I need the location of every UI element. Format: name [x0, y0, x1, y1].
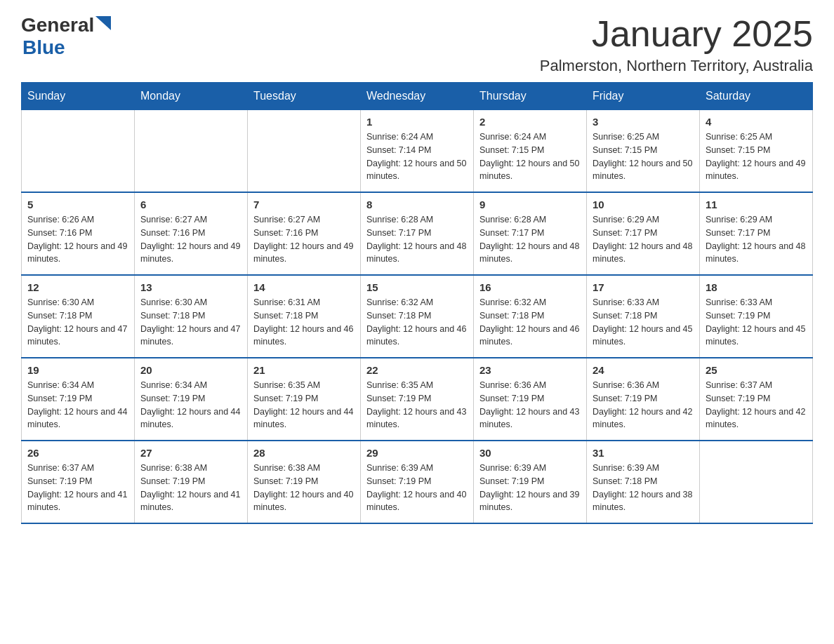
day-info: Sunrise: 6:28 AMSunset: 7:17 PMDaylight:… — [366, 213, 468, 266]
day-info: Sunrise: 6:27 AMSunset: 7:16 PMDaylight:… — [253, 213, 355, 266]
calendar-cell: 12Sunrise: 6:30 AMSunset: 7:18 PMDayligh… — [22, 275, 135, 358]
weekday-header-sunday: Sunday — [22, 83, 135, 110]
calendar-cell: 21Sunrise: 6:35 AMSunset: 7:19 PMDayligh… — [248, 358, 361, 441]
day-info: Sunrise: 6:35 AMSunset: 7:19 PMDaylight:… — [253, 379, 355, 431]
calendar-cell: 28Sunrise: 6:38 AMSunset: 7:19 PMDayligh… — [248, 441, 361, 523]
day-number: 12 — [27, 281, 128, 293]
day-number: 20 — [140, 364, 241, 376]
calendar-week-3: 12Sunrise: 6:30 AMSunset: 7:18 PMDayligh… — [22, 275, 813, 358]
calendar-cell — [135, 110, 248, 193]
calendar-cell: 5Sunrise: 6:26 AMSunset: 7:16 PMDaylight… — [22, 192, 135, 275]
day-number: 2 — [479, 116, 581, 128]
day-number: 16 — [479, 281, 581, 293]
title-section: January 2025 Palmerston, Northern Territ… — [540, 14, 813, 75]
day-info: Sunrise: 6:37 AMSunset: 7:19 PMDaylight:… — [27, 462, 128, 514]
day-number: 30 — [479, 447, 581, 459]
weekday-header-saturday: Saturday — [700, 83, 813, 110]
day-info: Sunrise: 6:30 AMSunset: 7:18 PMDaylight:… — [140, 296, 241, 349]
day-number: 27 — [140, 447, 241, 459]
day-number: 11 — [706, 199, 807, 210]
day-info: Sunrise: 6:31 AMSunset: 7:18 PMDaylight:… — [253, 296, 355, 349]
day-number: 29 — [366, 447, 468, 459]
day-number: 19 — [27, 364, 128, 376]
day-info: Sunrise: 6:32 AMSunset: 7:18 PMDaylight:… — [479, 296, 581, 349]
day-number: 23 — [479, 364, 581, 376]
day-number: 4 — [706, 116, 807, 128]
calendar-cell — [700, 441, 813, 523]
day-info: Sunrise: 6:25 AMSunset: 7:15 PMDaylight:… — [593, 130, 694, 183]
calendar-cell: 17Sunrise: 6:33 AMSunset: 7:18 PMDayligh… — [587, 275, 700, 358]
day-info: Sunrise: 6:26 AMSunset: 7:16 PMDaylight:… — [27, 213, 128, 266]
calendar-cell: 6Sunrise: 6:27 AMSunset: 7:16 PMDaylight… — [135, 192, 248, 275]
day-info: Sunrise: 6:36 AMSunset: 7:19 PMDaylight:… — [479, 379, 581, 431]
day-number: 17 — [593, 281, 694, 293]
calendar-cell: 24Sunrise: 6:36 AMSunset: 7:19 PMDayligh… — [587, 358, 700, 441]
day-info: Sunrise: 6:27 AMSunset: 7:16 PMDaylight:… — [140, 213, 241, 266]
day-info: Sunrise: 6:33 AMSunset: 7:18 PMDaylight:… — [593, 296, 694, 349]
day-number: 10 — [593, 199, 694, 210]
day-number: 22 — [366, 364, 468, 376]
calendar-cell: 31Sunrise: 6:39 AMSunset: 7:18 PMDayligh… — [587, 441, 700, 523]
calendar-cell: 18Sunrise: 6:33 AMSunset: 7:19 PMDayligh… — [700, 275, 813, 358]
day-number: 24 — [593, 364, 694, 376]
calendar-cell — [22, 110, 135, 193]
calendar-week-1: 1Sunrise: 6:24 AMSunset: 7:14 PMDaylight… — [22, 110, 813, 193]
day-info: Sunrise: 6:37 AMSunset: 7:19 PMDaylight:… — [706, 379, 807, 431]
day-number: 26 — [27, 447, 128, 459]
calendar-cell — [248, 110, 361, 193]
day-number: 5 — [27, 199, 128, 210]
calendar-week-5: 26Sunrise: 6:37 AMSunset: 7:19 PMDayligh… — [22, 441, 813, 523]
day-info: Sunrise: 6:29 AMSunset: 7:17 PMDaylight:… — [706, 213, 807, 266]
day-number: 3 — [593, 116, 694, 128]
day-number: 9 — [479, 199, 581, 210]
calendar-cell: 27Sunrise: 6:38 AMSunset: 7:19 PMDayligh… — [135, 441, 248, 523]
day-number: 18 — [706, 281, 807, 293]
day-number: 25 — [706, 364, 807, 376]
day-info: Sunrise: 6:29 AMSunset: 7:17 PMDaylight:… — [593, 213, 694, 266]
calendar-cell: 20Sunrise: 6:34 AMSunset: 7:19 PMDayligh… — [135, 358, 248, 441]
calendar-cell: 13Sunrise: 6:30 AMSunset: 7:18 PMDayligh… — [135, 275, 248, 358]
day-info: Sunrise: 6:35 AMSunset: 7:19 PMDaylight:… — [366, 379, 468, 431]
calendar-cell: 8Sunrise: 6:28 AMSunset: 7:17 PMDaylight… — [361, 192, 474, 275]
page-header: General Blue January 2025 Palmerston, No… — [21, 14, 813, 75]
day-number: 1 — [366, 116, 468, 128]
month-title: January 2025 — [540, 14, 813, 54]
location-title: Palmerston, Northern Territory, Australi… — [540, 57, 813, 75]
calendar-cell: 9Sunrise: 6:28 AMSunset: 7:17 PMDaylight… — [474, 192, 587, 275]
day-info: Sunrise: 6:39 AMSunset: 7:19 PMDaylight:… — [479, 462, 581, 514]
calendar-week-4: 19Sunrise: 6:34 AMSunset: 7:19 PMDayligh… — [22, 358, 813, 441]
day-info: Sunrise: 6:30 AMSunset: 7:18 PMDaylight:… — [27, 296, 128, 349]
calendar-cell: 30Sunrise: 6:39 AMSunset: 7:19 PMDayligh… — [474, 441, 587, 523]
logo-blue-text: Blue — [22, 36, 65, 58]
calendar-cell: 14Sunrise: 6:31 AMSunset: 7:18 PMDayligh… — [248, 275, 361, 358]
calendar-cell: 25Sunrise: 6:37 AMSunset: 7:19 PMDayligh… — [700, 358, 813, 441]
logo-triangle-icon — [95, 16, 111, 30]
day-number: 14 — [253, 281, 355, 293]
svg-marker-0 — [95, 16, 111, 30]
day-info: Sunrise: 6:34 AMSunset: 7:19 PMDaylight:… — [140, 379, 241, 431]
calendar-cell: 4Sunrise: 6:25 AMSunset: 7:15 PMDaylight… — [700, 110, 813, 193]
logo: General Blue — [21, 14, 111, 59]
day-info: Sunrise: 6:33 AMSunset: 7:19 PMDaylight:… — [706, 296, 807, 349]
calendar-cell: 23Sunrise: 6:36 AMSunset: 7:19 PMDayligh… — [474, 358, 587, 441]
calendar-cell: 26Sunrise: 6:37 AMSunset: 7:19 PMDayligh… — [22, 441, 135, 523]
day-info: Sunrise: 6:38 AMSunset: 7:19 PMDaylight:… — [140, 462, 241, 514]
weekday-header-thursday: Thursday — [474, 83, 587, 110]
day-info: Sunrise: 6:32 AMSunset: 7:18 PMDaylight:… — [366, 296, 468, 349]
weekday-header-wednesday: Wednesday — [361, 83, 474, 110]
calendar-week-2: 5Sunrise: 6:26 AMSunset: 7:16 PMDaylight… — [22, 192, 813, 275]
calendar-cell: 19Sunrise: 6:34 AMSunset: 7:19 PMDayligh… — [22, 358, 135, 441]
day-info: Sunrise: 6:28 AMSunset: 7:17 PMDaylight:… — [479, 213, 581, 266]
calendar-cell: 10Sunrise: 6:29 AMSunset: 7:17 PMDayligh… — [587, 192, 700, 275]
day-number: 31 — [593, 447, 694, 459]
calendar-cell: 15Sunrise: 6:32 AMSunset: 7:18 PMDayligh… — [361, 275, 474, 358]
day-number: 28 — [253, 447, 355, 459]
day-number: 15 — [366, 281, 468, 293]
day-info: Sunrise: 6:24 AMSunset: 7:15 PMDaylight:… — [479, 130, 581, 183]
calendar-cell: 11Sunrise: 6:29 AMSunset: 7:17 PMDayligh… — [700, 192, 813, 275]
calendar-table: SundayMondayTuesdayWednesdayThursdayFrid… — [21, 82, 813, 524]
day-info: Sunrise: 6:36 AMSunset: 7:19 PMDaylight:… — [593, 379, 694, 431]
day-info: Sunrise: 6:34 AMSunset: 7:19 PMDaylight:… — [27, 379, 128, 431]
day-info: Sunrise: 6:39 AMSunset: 7:19 PMDaylight:… — [366, 462, 468, 514]
weekday-header-monday: Monday — [135, 83, 248, 110]
